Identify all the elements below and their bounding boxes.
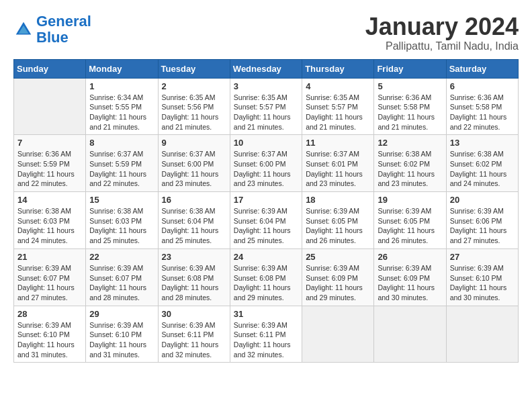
day-info: Sunrise: 6:39 AMSunset: 6:09 PMDaylight:… <box>306 264 363 302</box>
day-cell <box>374 306 446 363</box>
day-number: 5 <box>378 81 442 91</box>
day-number: 6 <box>450 81 515 91</box>
day-cell: 30Sunrise: 6:39 AMSunset: 6:11 PMDayligh… <box>158 306 230 363</box>
logo: General Blue <box>13 13 91 46</box>
day-info: Sunrise: 6:38 AMSunset: 6:02 PMDaylight:… <box>378 150 435 187</box>
day-number: 19 <box>378 195 442 205</box>
day-number: 7 <box>17 138 82 148</box>
day-number: 18 <box>306 195 370 205</box>
day-number: 15 <box>89 195 154 205</box>
day-header-thursday: Thursday <box>302 59 374 78</box>
day-cell: 15Sunrise: 6:38 AMSunset: 6:03 PMDayligh… <box>86 192 158 249</box>
day-header-sunday: Sunday <box>14 59 86 78</box>
day-info: Sunrise: 6:39 AMSunset: 6:10 PMDaylight:… <box>17 321 75 359</box>
day-cell: 6Sunrise: 6:36 AMSunset: 5:58 PMDaylight… <box>446 78 518 135</box>
day-info: Sunrise: 6:39 AMSunset: 6:07 PMDaylight:… <box>17 264 75 302</box>
day-cell: 22Sunrise: 6:39 AMSunset: 6:07 PMDayligh… <box>86 248 158 306</box>
day-header-wednesday: Wednesday <box>230 59 302 78</box>
day-cell: 19Sunrise: 6:39 AMSunset: 6:05 PMDayligh… <box>374 192 446 249</box>
day-info: Sunrise: 6:39 AMSunset: 6:10 PMDaylight:… <box>89 321 146 359</box>
logo-text: General Blue <box>36 13 91 46</box>
day-info: Sunrise: 6:39 AMSunset: 6:08 PMDaylight:… <box>234 264 291 302</box>
day-info: Sunrise: 6:34 AMSunset: 5:55 PMDaylight:… <box>89 93 146 131</box>
day-number: 30 <box>162 309 226 319</box>
day-cell: 2Sunrise: 6:35 AMSunset: 5:56 PMDaylight… <box>158 78 230 135</box>
day-info: Sunrise: 6:39 AMSunset: 6:04 PMDaylight:… <box>234 207 291 244</box>
logo-icon <box>13 19 34 40</box>
day-header-monday: Monday <box>86 59 158 78</box>
day-number: 14 <box>17 195 82 205</box>
day-info: Sunrise: 6:39 AMSunset: 6:05 PMDaylight:… <box>378 207 435 244</box>
day-info: Sunrise: 6:39 AMSunset: 6:06 PMDaylight:… <box>450 207 507 244</box>
day-cell: 10Sunrise: 6:37 AMSunset: 6:00 PMDayligh… <box>230 135 302 192</box>
week-row: 7Sunrise: 6:36 AMSunset: 5:59 PMDaylight… <box>14 135 519 192</box>
day-cell: 14Sunrise: 6:38 AMSunset: 6:03 PMDayligh… <box>14 192 86 249</box>
day-info: Sunrise: 6:39 AMSunset: 6:09 PMDaylight:… <box>378 264 435 302</box>
day-info: Sunrise: 6:39 AMSunset: 6:11 PMDaylight:… <box>162 321 219 359</box>
day-cell: 13Sunrise: 6:38 AMSunset: 6:02 PMDayligh… <box>446 135 518 192</box>
header-row: SundayMondayTuesdayWednesdayThursdayFrid… <box>14 59 519 78</box>
day-number: 23 <box>162 252 226 262</box>
day-number: 4 <box>306 81 370 91</box>
day-number: 2 <box>162 81 226 91</box>
day-number: 20 <box>450 195 515 205</box>
day-cell: 24Sunrise: 6:39 AMSunset: 6:08 PMDayligh… <box>230 248 302 306</box>
day-info: Sunrise: 6:39 AMSunset: 6:05 PMDaylight:… <box>306 207 363 244</box>
day-cell: 26Sunrise: 6:39 AMSunset: 6:09 PMDayligh… <box>374 248 446 306</box>
day-cell: 5Sunrise: 6:36 AMSunset: 5:58 PMDaylight… <box>374 78 446 135</box>
day-number: 28 <box>17 309 82 319</box>
day-info: Sunrise: 6:38 AMSunset: 6:04 PMDaylight:… <box>162 207 219 244</box>
day-info: Sunrise: 6:37 AMSunset: 6:00 PMDaylight:… <box>234 150 291 187</box>
day-info: Sunrise: 6:39 AMSunset: 6:08 PMDaylight:… <box>162 264 219 302</box>
day-cell: 8Sunrise: 6:37 AMSunset: 5:59 PMDaylight… <box>86 135 158 192</box>
week-row: 1Sunrise: 6:34 AMSunset: 5:55 PMDaylight… <box>14 78 519 135</box>
day-cell: 23Sunrise: 6:39 AMSunset: 6:08 PMDayligh… <box>158 248 230 306</box>
day-info: Sunrise: 6:39 AMSunset: 6:11 PMDaylight:… <box>234 321 291 359</box>
day-info: Sunrise: 6:36 AMSunset: 5:58 PMDaylight:… <box>450 93 507 131</box>
day-number: 12 <box>378 138 442 148</box>
calendar-table: SundayMondayTuesdayWednesdayThursdayFrid… <box>13 59 519 363</box>
day-info: Sunrise: 6:35 AMSunset: 5:57 PMDaylight:… <box>306 93 363 131</box>
month-title: January 2024 <box>365 13 519 40</box>
day-number: 21 <box>17 252 82 262</box>
day-header-friday: Friday <box>374 59 446 78</box>
day-number: 16 <box>162 195 226 205</box>
logo-general: General <box>36 13 91 30</box>
day-cell: 4Sunrise: 6:35 AMSunset: 5:57 PMDaylight… <box>302 78 374 135</box>
day-cell: 25Sunrise: 6:39 AMSunset: 6:09 PMDayligh… <box>302 248 374 306</box>
day-info: Sunrise: 6:39 AMSunset: 6:10 PMDaylight:… <box>450 264 507 302</box>
day-cell: 1Sunrise: 6:34 AMSunset: 5:55 PMDaylight… <box>86 78 158 135</box>
day-cell: 17Sunrise: 6:39 AMSunset: 6:04 PMDayligh… <box>230 192 302 249</box>
title-block: January 2024 Pallipattu, Tamil Nadu, Ind… <box>365 13 519 52</box>
day-cell <box>14 78 86 135</box>
day-number: 1 <box>89 81 154 91</box>
day-cell <box>302 306 374 363</box>
day-cell: 28Sunrise: 6:39 AMSunset: 6:10 PMDayligh… <box>14 306 86 363</box>
day-number: 8 <box>89 138 154 148</box>
day-info: Sunrise: 6:38 AMSunset: 6:03 PMDaylight:… <box>17 207 75 244</box>
page-header: General Blue January 2024 Pallipattu, Ta… <box>13 13 519 52</box>
day-number: 22 <box>89 252 154 262</box>
day-info: Sunrise: 6:39 AMSunset: 6:07 PMDaylight:… <box>89 264 146 302</box>
day-header-tuesday: Tuesday <box>158 59 230 78</box>
day-number: 13 <box>450 138 515 148</box>
day-cell: 31Sunrise: 6:39 AMSunset: 6:11 PMDayligh… <box>230 306 302 363</box>
week-row: 14Sunrise: 6:38 AMSunset: 6:03 PMDayligh… <box>14 192 519 249</box>
logo-blue: Blue <box>36 29 69 46</box>
day-cell: 20Sunrise: 6:39 AMSunset: 6:06 PMDayligh… <box>446 192 518 249</box>
day-info: Sunrise: 6:37 AMSunset: 6:01 PMDaylight:… <box>306 150 363 187</box>
day-info: Sunrise: 6:37 AMSunset: 6:00 PMDaylight:… <box>162 150 219 187</box>
day-number: 31 <box>234 309 298 319</box>
day-cell: 29Sunrise: 6:39 AMSunset: 6:10 PMDayligh… <box>86 306 158 363</box>
location: Pallipattu, Tamil Nadu, India <box>365 40 519 52</box>
week-row: 28Sunrise: 6:39 AMSunset: 6:10 PMDayligh… <box>14 306 519 363</box>
day-cell: 9Sunrise: 6:37 AMSunset: 6:00 PMDaylight… <box>158 135 230 192</box>
day-number: 3 <box>234 81 298 91</box>
day-info: Sunrise: 6:36 AMSunset: 5:59 PMDaylight:… <box>17 150 75 187</box>
day-cell: 12Sunrise: 6:38 AMSunset: 6:02 PMDayligh… <box>374 135 446 192</box>
day-info: Sunrise: 6:36 AMSunset: 5:58 PMDaylight:… <box>378 93 435 131</box>
day-info: Sunrise: 6:35 AMSunset: 5:57 PMDaylight:… <box>234 93 291 131</box>
day-cell: 3Sunrise: 6:35 AMSunset: 5:57 PMDaylight… <box>230 78 302 135</box>
day-info: Sunrise: 6:38 AMSunset: 6:02 PMDaylight:… <box>450 150 507 187</box>
day-number: 10 <box>234 138 298 148</box>
